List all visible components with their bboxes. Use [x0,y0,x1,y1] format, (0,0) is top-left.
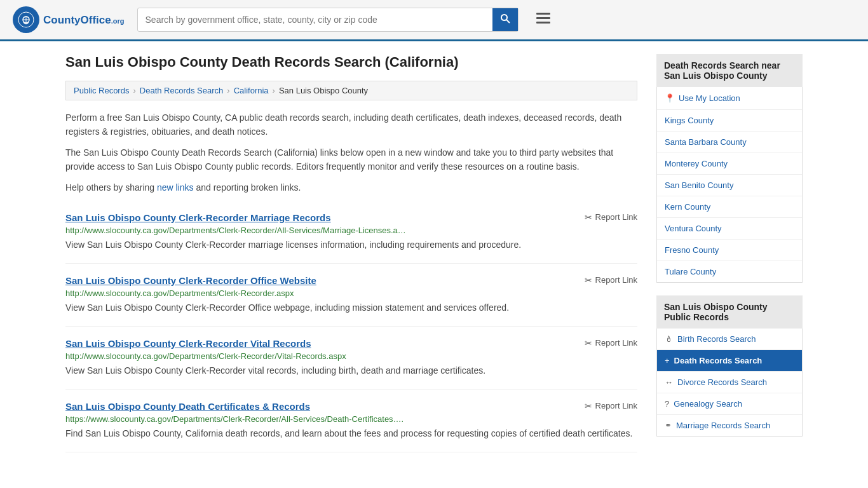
svg-line-5 [506,20,510,23]
svg-point-4 [501,15,507,20]
result-item: San Luis Obispo County Clerk-Recorder Vi… [65,327,637,390]
public-records-link-4[interactable]: Marriage Records Search [676,421,770,430]
menu-button[interactable] [531,9,555,30]
public-records-link-1[interactable]: Death Records Search [674,356,763,365]
breadcrumb-death-records-search[interactable]: Death Records Search [140,86,224,95]
report-link-2[interactable]: ✂ Report Link [585,338,637,348]
nearby-county-item[interactable]: Ventura County [657,218,802,240]
location-icon: 📍 [665,93,675,103]
result-url-1: http://www.slocounty.ca.gov/Departments/… [65,288,637,298]
public-records-icon-2: ↔ [665,377,673,387]
public-records-section: San Luis Obispo County Public Records 🕯 … [656,295,803,437]
report-link-0[interactable]: ✂ Report Link [585,212,637,222]
public-records-item-3[interactable]: ? Genealogy Search [657,393,802,415]
report-link-3[interactable]: ✂ Report Link [585,401,637,411]
result-title-0[interactable]: San Luis Obispo County Clerk-Recorder Ma… [65,212,331,223]
result-title-3[interactable]: San Luis Obispo County Death Certificate… [65,401,310,412]
result-url-0: http://www.slocounty.ca.gov/Departments/… [65,226,637,235]
nearby-county-item[interactable]: Kern County [657,196,802,218]
logo-text: CountyOffice.org [43,13,125,27]
public-records-icon-3: ? [665,399,669,409]
result-header-3: San Luis Obispo County Death Certificate… [65,401,637,412]
nearby-list: 📍 Use My Location Kings CountySanta Barb… [656,87,803,283]
nearby-county-link-2[interactable]: Monterey County [665,159,728,168]
public-records-item-4[interactable]: ⚭ Marriage Records Search [657,415,802,436]
results-list: San Luis Obispo County Clerk-Recorder Ma… [65,201,637,452]
result-header-1: San Luis Obispo County Clerk-Recorder Of… [65,275,637,286]
public-records-list: 🕯 Birth Records Search + Death Records S… [656,329,803,437]
result-desc-1: View San Luis Obispo County Clerk-Record… [65,301,637,315]
nearby-county-item[interactable]: San Benito County [657,175,802,196]
nearby-county-item[interactable]: Santa Barbara County [657,132,802,153]
search-bar [137,8,519,32]
report-icon-3: ✂ [585,401,592,411]
public-records-link-3[interactable]: Genealogy Search [674,399,742,409]
sidebar: Death Records Search near San Luis Obisp… [656,54,803,452]
nearby-county-link-0[interactable]: Kings County [665,116,714,125]
use-location-link[interactable]: Use My Location [679,93,740,103]
result-desc-0: View San Luis Obispo County Clerk-Record… [65,238,637,252]
svg-rect-6 [536,13,550,15]
result-header-2: San Luis Obispo County Clerk-Recorder Vi… [65,338,637,349]
result-desc-3: Find San Luis Obispo County, California … [65,427,637,440]
result-desc-2: View San Luis Obispo County Clerk-Record… [65,364,637,377]
svg-rect-7 [536,17,550,19]
result-url-2: http://www.slocounty.ca.gov/Departments/… [65,351,637,361]
nearby-county-item[interactable]: Monterey County [657,153,802,175]
result-title-2[interactable]: San Luis Obispo County Clerk-Recorder Vi… [65,338,311,349]
public-records-header: San Luis Obispo County Public Records [656,295,803,329]
result-url-3: https://www.slocounty.ca.gov/Departments… [65,414,637,424]
nearby-county-item[interactable]: Kings County [657,110,802,132]
nearby-counties: Kings CountySanta Barbara CountyMonterey… [657,110,802,282]
public-records-link-0[interactable]: Birth Records Search [677,334,756,344]
result-header-0: San Luis Obispo County Clerk-Recorder Ma… [65,212,637,223]
result-title-1[interactable]: San Luis Obispo County Clerk-Recorder Of… [65,275,316,286]
report-icon-1: ✂ [585,275,592,285]
description-para1: Perform a free San Luis Obispo County, C… [65,111,637,139]
result-item: San Luis Obispo County Death Certificate… [65,390,637,452]
public-records-icon-0: 🕯 [665,334,673,344]
public-records-item-2[interactable]: ↔ Divorce Records Search [657,372,802,393]
public-records-link-2[interactable]: Divorce Records Search [677,377,767,387]
result-item: San Luis Obispo County Clerk-Recorder Of… [65,264,637,327]
nearby-county-link-1[interactable]: Santa Barbara County [665,137,747,147]
breadcrumb-public-records[interactable]: Public Records [74,86,129,95]
breadcrumb-current: San Luis Obispo County [279,86,368,95]
header: CountyOffice.org [0,0,868,41]
nearby-county-item[interactable]: Tulare County [657,261,802,282]
breadcrumb: Public Records › Death Records Search › … [65,81,637,100]
use-location-item[interactable]: 📍 Use My Location [657,87,802,110]
nearby-county-link-6[interactable]: Fresno County [665,245,719,255]
description-para2: The San Luis Obispo County Death Records… [65,146,637,174]
new-links-link[interactable]: new links [157,182,194,193]
search-input[interactable] [138,10,492,30]
nearby-county-link-5[interactable]: Ventura County [665,224,722,233]
search-button[interactable] [492,8,518,31]
nearby-county-link-7[interactable]: Tulare County [665,267,716,276]
nearby-section: Death Records Search near San Luis Obisp… [656,54,803,283]
main-wrapper: San Luis Obispo County Death Records Sea… [53,41,815,465]
content-area: San Luis Obispo County Death Records Sea… [65,54,637,452]
logo[interactable]: CountyOffice.org [13,6,125,33]
public-records-item-0[interactable]: 🕯 Birth Records Search [657,329,802,350]
description-para3: Help others by sharing new links and rep… [65,180,637,194]
breadcrumb-california[interactable]: California [234,86,269,95]
report-icon-2: ✂ [585,338,592,348]
public-records-icon-4: ⚭ [665,421,672,430]
nearby-county-link-4[interactable]: Kern County [665,202,710,212]
svg-rect-8 [536,22,550,24]
public-records-icon-1: + [665,356,670,365]
report-icon-0: ✂ [585,212,592,222]
logo-icon [13,6,39,33]
public-records-item-1[interactable]: + Death Records Search [657,350,802,372]
result-item: San Luis Obispo County Clerk-Recorder Ma… [65,201,637,264]
nearby-county-link-3[interactable]: San Benito County [665,180,733,190]
nearby-county-item[interactable]: Fresno County [657,240,802,261]
nearby-header: Death Records Search near San Luis Obisp… [656,54,803,87]
page-title: San Luis Obispo County Death Records Sea… [65,54,637,71]
report-link-1[interactable]: ✂ Report Link [585,275,637,285]
